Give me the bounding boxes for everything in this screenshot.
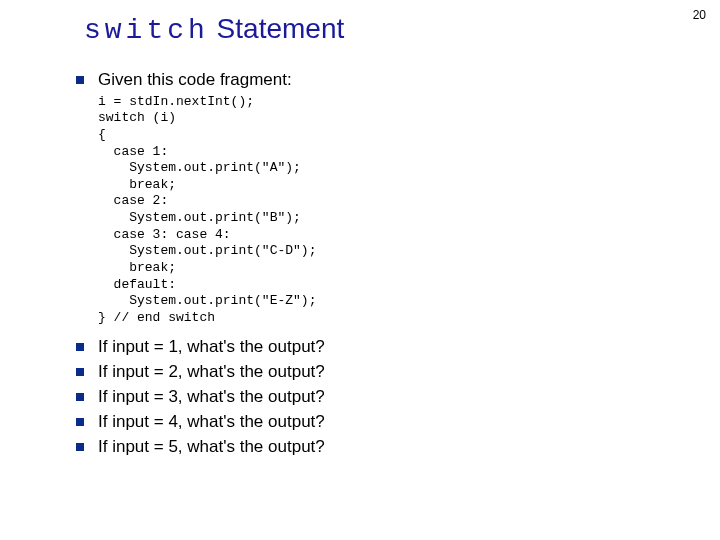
intro-text: Given this code fragment: [98,70,292,89]
list-item: If input = 4, what's the output? [72,411,684,434]
question-text: If input = 2, what's the output? [98,362,325,381]
question-text: If input = 4, what's the output? [98,412,325,431]
list-item: If input = 5, what's the output? [72,436,684,459]
question-text: If input = 3, what's the output? [98,387,325,406]
question-text: If input = 5, what's the output? [98,437,325,456]
question-list: If input = 1, what's the output? If inpu… [72,336,684,459]
list-item: If input = 2, what's the output? [72,361,684,384]
intro-bullet: Given this code fragment: [72,69,684,92]
intro-list: Given this code fragment: [72,69,684,92]
title-keyword: switch [84,15,209,46]
page-number: 20 [693,8,706,22]
slide: 20 switch Statement Given this code frag… [0,0,720,540]
list-item: If input = 1, what's the output? [72,336,684,359]
question-text: If input = 1, what's the output? [98,337,325,356]
slide-title: switch Statement [84,14,684,47]
list-item: If input = 3, what's the output? [72,386,684,409]
title-rest: Statement [209,13,344,44]
code-block: i = stdIn.nextInt(); switch (i) { case 1… [98,94,684,327]
